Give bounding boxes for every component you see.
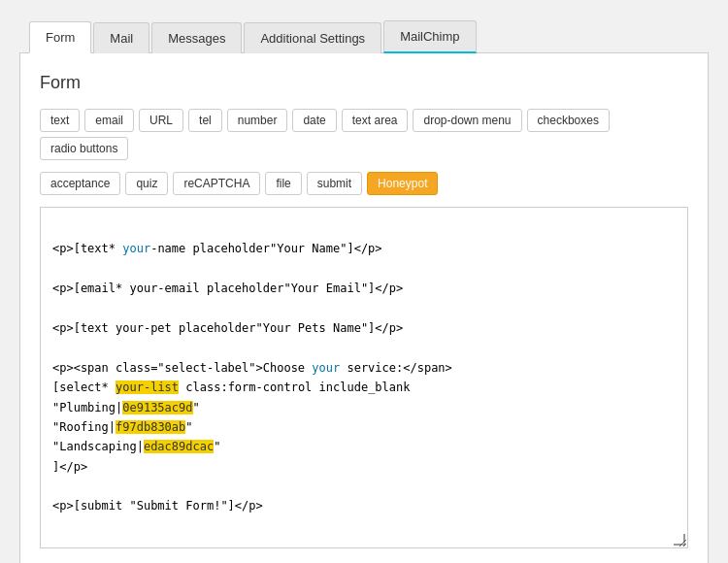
code-line2: <p>[email* your-email placeholder"Your E… xyxy=(52,282,403,295)
code-line5: [select* your-list class:form-control in… xyxy=(52,381,410,394)
tag-date[interactable]: date xyxy=(292,109,336,132)
code-line10: <p>[submit "Submit Form!"]</p> xyxy=(52,499,263,513)
tab-additional-settings[interactable]: Additional Settings xyxy=(244,22,381,53)
tag-tel[interactable]: tel xyxy=(188,109,222,132)
tag-quiz[interactable]: quiz xyxy=(125,172,168,195)
tab-form[interactable]: Form xyxy=(29,21,91,53)
tag-email[interactable]: email xyxy=(84,109,134,132)
tag-dropdown[interactable]: drop-down menu xyxy=(413,109,521,132)
code-line1: <p>[text* your-name placeholder"Your Nam… xyxy=(52,242,382,255)
tag-buttons-row2: acceptance quiz reCAPTCHA file submit Ho… xyxy=(40,172,688,195)
tag-checkboxes[interactable]: checkboxes xyxy=(527,109,610,132)
code-line4: <p><span class="select-label">Choose you… xyxy=(52,361,452,375)
tag-recaptcha[interactable]: reCAPTCHA xyxy=(173,172,260,195)
code-editor[interactable]: <p>[text* your-name placeholder"Your Nam… xyxy=(40,207,688,548)
tag-text[interactable]: text xyxy=(40,109,80,132)
tabs-container: Form Mail Messages Additional Settings M… xyxy=(19,19,709,53)
code-line9: ]</p> xyxy=(52,460,87,474)
panel-title: Form xyxy=(40,73,688,93)
tag-radio[interactable]: radio buttons xyxy=(40,137,128,160)
tag-url[interactable]: URL xyxy=(139,109,183,132)
tag-buttons-row1: text email URL tel number date text area… xyxy=(40,109,688,160)
form-panel: Form text email URL tel number date text… xyxy=(19,53,709,563)
page-wrapper: Form Mail Messages Additional Settings M… xyxy=(10,10,718,563)
code-line6: "Plumbing|0e9135ac9d" xyxy=(52,401,200,414)
code-line3: <p>[text your-pet placeholder"Your Pets … xyxy=(52,321,403,335)
tag-submit[interactable]: submit xyxy=(307,172,362,195)
code-line7: "Roofing|f97db830ab" xyxy=(52,420,193,434)
tag-number[interactable]: number xyxy=(227,109,288,132)
code-line8: "Landscaping|edac89dcac" xyxy=(52,440,220,453)
tab-mailchimp[interactable]: MailChimp xyxy=(383,20,476,53)
tag-file[interactable]: file xyxy=(265,172,301,195)
tag-honeypot[interactable]: Honeypot xyxy=(367,172,438,195)
tab-messages[interactable]: Messages xyxy=(151,22,242,53)
tag-acceptance[interactable]: acceptance xyxy=(40,172,120,195)
code-content: <p>[text* your-name placeholder"Your Nam… xyxy=(52,219,676,536)
tab-mail[interactable]: Mail xyxy=(93,22,149,53)
tag-textarea[interactable]: text area xyxy=(342,109,409,132)
